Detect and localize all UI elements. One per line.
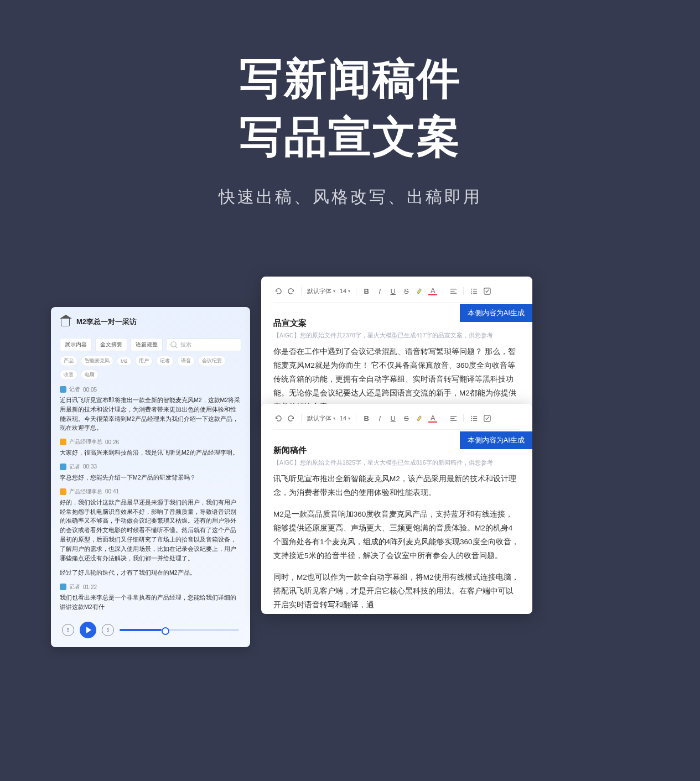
speaker-name: 产品经理李总 <box>69 438 102 446</box>
transcript-msg: 记者00:33李总您好，您能先介绍一下M2产品的研发背景吗？ <box>60 463 241 482</box>
tag[interactable]: 电脑 <box>81 369 98 380</box>
speaker-name: 记者 <box>69 583 80 591</box>
forward-button[interactable]: 5 <box>102 624 114 636</box>
tag[interactable]: 会议纪要 <box>198 356 226 366</box>
timestamp: 01:22 <box>83 584 97 590</box>
undo-icon[interactable] <box>273 414 282 423</box>
ai-badge: 本侧内容为AI生成 <box>460 304 532 322</box>
search-input[interactable]: 搜索 <box>166 339 241 351</box>
redo-icon[interactable] <box>287 287 295 295</box>
speaker-icon <box>60 488 66 495</box>
rewind-button[interactable]: 5 <box>62 624 74 636</box>
font-select[interactable]: 默认字体 <box>307 414 335 423</box>
svg-point-7 <box>471 293 472 294</box>
svg-point-0 <box>171 341 176 346</box>
strike-icon[interactable]: S <box>402 414 411 423</box>
hero-sub: 快速出稿、风格改写、出稿即用 <box>0 186 700 209</box>
msg-text: 大家好，很高兴来到科技前沿，我是讯飞听见M2的产品经理李明。 <box>60 448 241 457</box>
transcript-msg: 记者00:05近日讯飞听见宣布即将推出一款全新的智能麦克风M2，这款M2将采用最… <box>60 386 241 433</box>
ai-badge: 本侧内容为AI生成 <box>460 431 532 449</box>
tag[interactable]: 智能麦克风 <box>81 356 113 366</box>
editor-card-news: 默认字体 14 B I U S A 本侧内容为AI生成 新闻稿件 【AIGC】您… <box>261 404 532 614</box>
list-icon[interactable] <box>469 414 478 423</box>
bold-icon[interactable]: B <box>362 287 371 295</box>
svg-point-15 <box>471 415 472 416</box>
view-btn[interactable]: 展示内容 <box>60 338 92 351</box>
transcript-msg: 记者01:22我们也看出来李总是一个非常执着的产品经理，您能给我们详细的讲讲这款… <box>60 583 241 612</box>
home-icon[interactable] <box>61 317 70 326</box>
highlight-icon[interactable] <box>415 414 424 423</box>
audio-player: 5 5 <box>60 618 241 642</box>
list-icon[interactable] <box>469 287 478 295</box>
msg-text: 李总您好，您能先介绍一下M2产品的研发背景吗？ <box>60 473 241 482</box>
transcript-msg: 经过了好几轮的迭代，才有了我们现在的M2产品。 <box>60 568 241 577</box>
align-icon[interactable] <box>449 414 458 423</box>
speaker-icon <box>60 439 66 445</box>
highlight-icon[interactable] <box>415 287 424 295</box>
transcript-msg: 产品经理李总00:26大家好，很高兴来到科技前沿，我是讯飞听见M2的产品经理李明… <box>60 438 241 457</box>
msg-text: 我们也看出来李总是一个非常执着的产品经理，您能给我们详细的讲讲这款M2有什 <box>60 593 241 612</box>
search-icon <box>170 341 178 349</box>
underline-icon[interactable]: U <box>388 287 397 295</box>
svg-point-6 <box>471 290 472 291</box>
progress-track[interactable] <box>120 629 239 631</box>
size-select[interactable]: 14 <box>340 415 350 421</box>
size-select[interactable]: 14 <box>340 288 350 294</box>
bold-icon[interactable]: B <box>362 414 371 423</box>
svg-line-1 <box>175 346 177 348</box>
italic-icon[interactable]: I <box>375 414 384 423</box>
undo-icon[interactable] <box>273 287 282 295</box>
tag[interactable]: 语音 <box>177 356 195 366</box>
speaker-icon <box>60 464 66 470</box>
transcript-msg: 产品经理李总00:41好的，我们设计这款产品最早还是来源于我们的用户，我们有用户… <box>60 488 241 563</box>
svg-point-16 <box>471 418 472 419</box>
svg-point-5 <box>471 288 472 289</box>
hero-line2: 写品宣文案 <box>240 112 461 161</box>
speaker-name: 记者 <box>69 463 80 471</box>
redo-icon[interactable] <box>287 414 295 423</box>
card1-meta: 【AIGC】您的原始文件共2378字，星火大模型已生成417字的品宣文案，供您参… <box>273 332 520 340</box>
tag[interactable]: 收音 <box>60 369 77 380</box>
speaker-name: 记者 <box>69 386 80 393</box>
check-icon[interactable] <box>483 287 491 295</box>
font-select[interactable]: 默认字体 <box>307 287 335 295</box>
color-icon[interactable]: A <box>428 414 437 423</box>
card2-meta: 【AIGC】您的原始文件共1825字，星火大模型已生成816字的新闻稿件，供您参… <box>273 459 520 467</box>
doc-title: M2李总一对一采访 <box>76 317 137 327</box>
check-icon[interactable] <box>483 414 491 423</box>
timestamp: 00:26 <box>105 439 119 445</box>
strike-icon[interactable]: S <box>402 287 411 295</box>
msg-text: 经过了好几轮的迭代，才有了我们现在的M2产品。 <box>60 568 241 577</box>
timestamp: 00:05 <box>83 387 97 393</box>
tag[interactable]: 用户 <box>135 356 153 366</box>
msg-text: 近日讯飞听见宣布即将推出一款全新的智能麦克风M2，这款M2将采用最新的技术和设计… <box>60 395 241 433</box>
svg-point-17 <box>471 420 472 421</box>
speaker-icon <box>60 584 66 590</box>
format-btn[interactable]: 语篇规整 <box>131 338 163 351</box>
tag[interactable]: 记者 <box>156 356 174 366</box>
italic-icon[interactable]: I <box>375 287 384 295</box>
toolbar: 默认字体 14 B I U S A <box>273 285 520 303</box>
hero-line1: 写新闻稿件 <box>240 54 461 103</box>
tag[interactable]: M2 <box>117 357 132 366</box>
timestamp: 00:33 <box>83 464 97 470</box>
summary-btn[interactable]: 全文摘要 <box>95 338 127 351</box>
play-button[interactable] <box>80 622 96 638</box>
transcript-panel: M2李总一对一采访 展示内容 全文摘要 语篇规整 搜索 产品智能麦克风M2用户记… <box>51 307 250 647</box>
speaker-name: 产品经理李总 <box>69 488 102 496</box>
underline-icon[interactable]: U <box>388 414 397 423</box>
editor-card-brand: 默认字体 14 B I U S A 本侧内容为AI生成 品宣文案 【AIGC】您… <box>261 277 532 418</box>
msg-text: 好的，我们设计这款产品最早还是来源于我们的用户，我们有用户经常抱怨手机电脑识音效… <box>60 498 241 563</box>
speaker-icon <box>60 386 66 393</box>
toolbar: 默认字体 14 B I U S A <box>273 413 520 430</box>
card2-body: 讯飞听见宣布推出全新智能麦克风M2，该产品采用最新的技术和设计理念，为消费者带来… <box>273 472 520 612</box>
timestamp: 00:41 <box>105 488 119 494</box>
align-icon[interactable] <box>449 287 458 295</box>
tag[interactable]: 产品 <box>60 356 77 366</box>
color-icon[interactable]: A <box>428 287 437 295</box>
